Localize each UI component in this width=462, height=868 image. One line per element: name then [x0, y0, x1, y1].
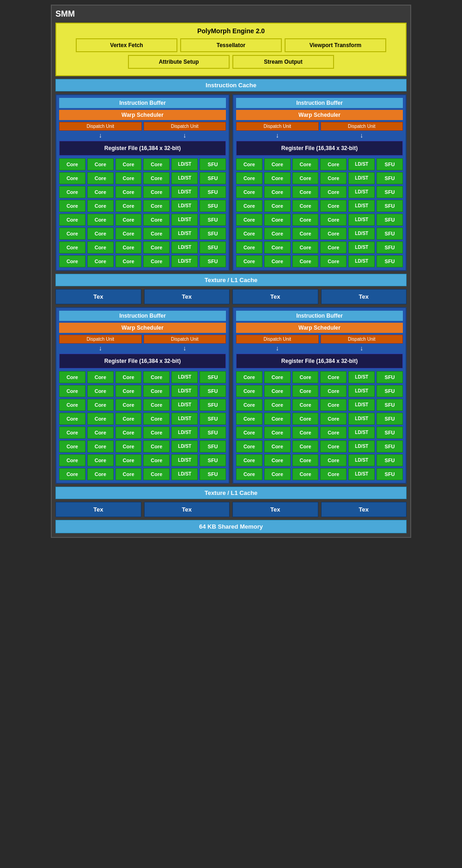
sm4-warp-scheduler: Warp Scheduler	[236, 323, 403, 333]
core: Core	[143, 440, 170, 452]
core: Core	[292, 186, 319, 198]
tessellator: Tessellator	[180, 38, 282, 52]
core: Core	[116, 427, 142, 439]
sm4-instruction-buffer: Instruction Buffer	[236, 311, 403, 321]
sm1-arrows: ↓ ↓	[59, 132, 226, 139]
sfu: SFU	[377, 427, 403, 439]
sm2-warp-scheduler: Warp Scheduler	[236, 110, 403, 120]
core: Core	[87, 468, 114, 480]
polymorph-row1: Vertex Fetch Tessellator Viewport Transf…	[60, 38, 402, 52]
core: Core	[236, 385, 262, 397]
sfu: SFU	[377, 454, 403, 466]
core: Core	[87, 440, 114, 452]
core: Core	[320, 440, 346, 452]
sm3-core-grid: Core Core Core Core LD/ST SFU Core Core …	[59, 371, 226, 480]
sm3-row5: Core Core Core Core LD/ST SFU	[59, 427, 226, 439]
tex-row-lower: Tex Tex Tex Tex	[55, 502, 407, 517]
core: Core	[116, 214, 142, 226]
sfu: SFU	[377, 413, 403, 425]
ldst: LD/ST	[171, 214, 198, 226]
core: Core	[264, 172, 291, 184]
core: Core	[236, 241, 262, 253]
core: Core	[87, 186, 114, 198]
core: Core	[292, 454, 319, 466]
ldst: LD/ST	[171, 228, 198, 240]
core: Core	[116, 385, 142, 397]
shared-memory: 64 KB Shared Memory	[55, 520, 407, 533]
core: Core	[143, 399, 170, 411]
core: Core	[116, 255, 142, 267]
polymorph-title: PolyMorph Engine 2.0	[60, 27, 402, 35]
sm2-core-grid: Core Core Core Core LD/ST SFU Core Core …	[236, 158, 403, 267]
core: Core	[87, 241, 114, 253]
core: Core	[143, 200, 170, 212]
core: Core	[59, 172, 85, 184]
sm2-row8: Core Core Core Core LD/ST SFU	[236, 255, 403, 267]
polymorph-section: PolyMorph Engine 2.0 Vertex Fetch Tessel…	[55, 23, 407, 76]
ldst: LD/ST	[348, 228, 375, 240]
core: Core	[143, 186, 170, 198]
core: Core	[236, 158, 262, 170]
sfu: SFU	[200, 399, 226, 411]
sm1-row1: Core Core Core Core LD/ST SFU	[59, 158, 226, 170]
core: Core	[292, 468, 319, 480]
core: Core	[87, 158, 114, 170]
core: Core	[292, 413, 319, 425]
sfu: SFU	[200, 200, 226, 212]
sfu: SFU	[377, 255, 403, 267]
sm2-row6: Core Core Core Core LD/ST SFU	[236, 228, 403, 240]
core: Core	[87, 214, 114, 226]
core: Core	[264, 214, 291, 226]
ldst: LD/ST	[171, 241, 198, 253]
instruction-cache: Instruction Cache	[55, 79, 407, 91]
sm4-row4: Core Core Core Core LD/ST SFU	[236, 413, 403, 425]
sm2-arrows: ↓ ↓	[236, 132, 403, 139]
ldst: LD/ST	[348, 214, 375, 226]
sm3-row2: Core Core Core Core LD/ST SFU	[59, 385, 226, 397]
core: Core	[87, 454, 114, 466]
ldst: LD/ST	[348, 399, 375, 411]
ldst: LD/ST	[348, 427, 375, 439]
core: Core	[143, 158, 170, 170]
core: Core	[320, 399, 346, 411]
sm1-dispatch-unit-2: Dispatch Unit	[144, 122, 226, 131]
sfu: SFU	[200, 255, 226, 267]
sm4-row8: Core Core Core Core LD/ST SFU	[236, 468, 403, 480]
sfu: SFU	[200, 172, 226, 184]
sm1-instruction-buffer: Instruction Buffer	[59, 98, 226, 108]
core: Core	[143, 413, 170, 425]
sm2-instruction-buffer: Instruction Buffer	[236, 98, 403, 108]
core: Core	[116, 371, 142, 383]
core: Core	[264, 371, 291, 383]
core: Core	[116, 399, 142, 411]
sm3-instruction-buffer: Instruction Buffer	[59, 311, 226, 321]
core: Core	[116, 413, 142, 425]
sm1-row4: Core Core Core Core LD/ST SFU	[59, 200, 226, 212]
core: Core	[320, 214, 346, 226]
core: Core	[320, 468, 346, 480]
ldst: LD/ST	[348, 172, 375, 184]
ldst: LD/ST	[171, 255, 198, 267]
sm2-dispatch-unit-2: Dispatch Unit	[321, 122, 403, 131]
attribute-setup: Attribute Setup	[128, 55, 230, 69]
ldst: LD/ST	[348, 158, 375, 170]
tex-row-upper: Tex Tex Tex Tex	[55, 289, 407, 304]
sm4-dispatch-unit-1: Dispatch Unit	[236, 335, 319, 344]
core: Core	[116, 158, 142, 170]
sm3-row8: Core Core Core Core LD/ST SFU	[59, 468, 226, 480]
ldst: LD/ST	[171, 399, 198, 411]
sm1-row5: Core Core Core Core LD/ST SFU	[59, 214, 226, 226]
sm1-row2: Core Core Core Core LD/ST SFU	[59, 172, 226, 184]
core: Core	[59, 241, 85, 253]
sm3-row6: Core Core Core Core LD/ST SFU	[59, 440, 226, 452]
core: Core	[143, 228, 170, 240]
core: Core	[116, 440, 142, 452]
core: Core	[320, 228, 346, 240]
sm-block-1: Instruction Buffer Warp Scheduler Dispat…	[55, 94, 230, 271]
tex-7: Tex	[232, 502, 318, 517]
ldst: LD/ST	[171, 186, 198, 198]
tex-1: Tex	[55, 289, 141, 304]
upper-sm-columns: Instruction Buffer Warp Scheduler Dispat…	[55, 94, 407, 271]
core: Core	[320, 172, 346, 184]
core: Core	[59, 468, 85, 480]
